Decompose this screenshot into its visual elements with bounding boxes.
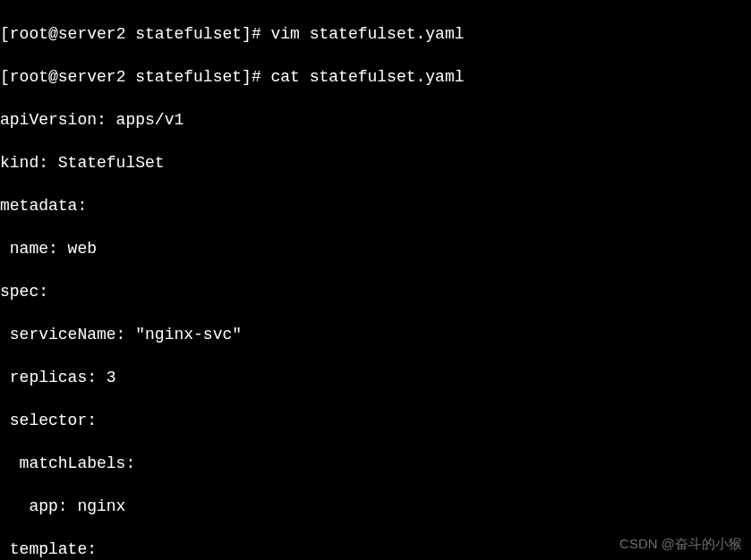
bracket-open: [ — [0, 68, 10, 86]
yaml-line: name: web — [0, 238, 751, 259]
yaml-line: selector: — [0, 410, 751, 431]
command-vim: vim statefulset.yaml — [270, 25, 464, 43]
watermark-text: CSDN @奋斗的小猴 — [619, 533, 742, 555]
yaml-line: replicas: 3 — [0, 367, 751, 388]
bracket-close: ]# — [242, 25, 270, 43]
yaml-line: matchLabels: — [0, 453, 751, 474]
yaml-line: spec: — [0, 281, 751, 302]
prompt-line-1: [root@server2 statefulset]# vim stateful… — [0, 23, 751, 45]
cwd: statefulset — [135, 68, 242, 86]
command-cat: cat statefulset.yaml — [270, 68, 464, 86]
bracket-open: [ — [0, 25, 10, 43]
user-host: root@server2 — [10, 25, 126, 43]
yaml-line: kind: StatefulSet — [0, 152, 751, 174]
yaml-line: serviceName: "nginx-svc" — [0, 324, 751, 345]
yaml-line: metadata: — [0, 195, 751, 216]
prompt-line-2: [root@server2 statefulset]# cat stateful… — [0, 66, 751, 88]
terminal-output[interactable]: [root@server2 statefulset]# vim stateful… — [0, 2, 751, 560]
cwd: statefulset — [135, 25, 242, 43]
user-host: root@server2 — [10, 68, 126, 86]
yaml-line: app: nginx — [0, 496, 751, 517]
bracket-close: ]# — [242, 68, 270, 86]
yaml-line: apiVersion: apps/v1 — [0, 109, 751, 131]
